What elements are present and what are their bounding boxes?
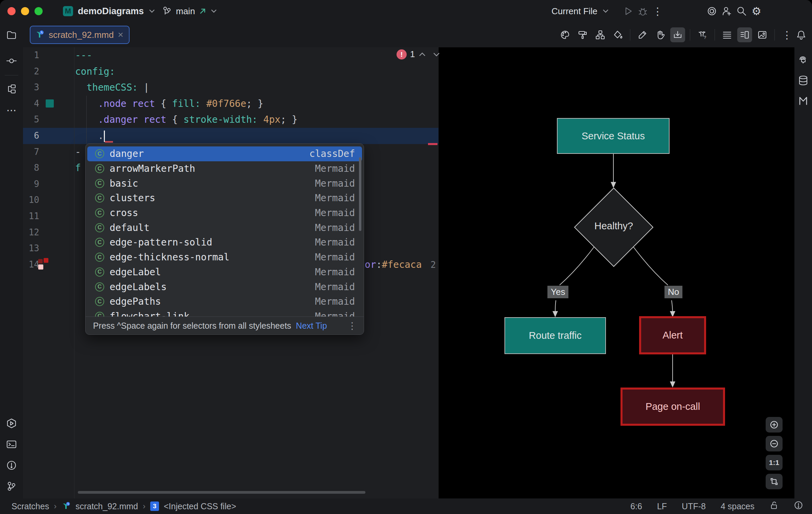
ai-assistant-tool-window-button[interactable] [796,53,811,68]
titlebar-right-group: Current File ⋮ ⚙ [551,0,764,22]
color-preview-swatch[interactable] [38,264,43,270]
fill-color-icon[interactable] [610,27,625,42]
color-theme-icon[interactable] [558,27,572,42]
problems-tool-window-button[interactable] [4,458,19,473]
completion-item-basic[interactable]: CbasicMermaid [87,176,362,191]
run-button[interactable] [621,4,635,19]
zoom-window-button[interactable] [35,7,43,15]
caret-position-widget[interactable]: 6:6 [630,501,642,511]
notifications-bell-icon[interactable] [794,27,809,42]
completion-item-type: Mermaid [315,311,355,317]
preview-only-view-icon[interactable] [755,27,770,42]
completion-footer: Press ^Space again for selectors from al… [86,317,364,334]
code-editor[interactable]: 1234567891011121314 ---config: themeCSS:… [23,47,438,498]
database-tool-window-button[interactable] [796,73,811,88]
previous-error-icon[interactable] [418,52,426,57]
indent-widget[interactable]: 4 spaces [721,501,754,511]
usages-inlay-hint[interactable]: 2 [431,260,436,270]
completion-item-danger[interactable]: CdangerclassDef [87,146,362,161]
code-line[interactable]: . [75,128,438,144]
editor-only-view-icon[interactable] [720,27,735,42]
line-separator-widget[interactable]: LF [657,501,667,511]
mermaid-editor-toolbar: ? ⋮ [558,27,794,42]
mermaid-tool-window-button[interactable] [796,93,811,108]
pan-hand-icon[interactable] [653,27,668,42]
writable-lock-icon[interactable] [769,500,779,512]
completion-item-name: default [110,222,315,233]
zoom-in-button[interactable] [766,417,783,433]
breadcrumbs: Scratches › scratch_92.mmd › 3 <Injected… [12,501,236,511]
zoom-out-button[interactable] [766,436,783,451]
fit-content-button[interactable] [766,474,783,489]
close-window-button[interactable] [7,7,16,15]
reader-mode-error-icon[interactable] [794,500,803,512]
completion-item-edge-pattern-solid[interactable]: Cedge-pattern-solidMermaid [87,235,362,250]
diagram-layout-icon[interactable] [593,27,608,42]
tab-close-icon[interactable]: × [118,30,123,40]
editor-tab-scratch-92[interactable]: scratch_92.mmd × [30,26,130,44]
more-tool-windows-button[interactable]: ⋯ [4,102,19,117]
left-tool-strip: ⋯ [0,47,23,498]
color-preview-swatch[interactable] [38,259,43,263]
code-line[interactable]: --- [75,47,438,64]
horizontal-scrollbar[interactable] [78,491,365,494]
next-error-icon[interactable] [432,52,441,57]
color-preview-swatch[interactable] [44,258,48,263]
project-widget[interactable]: M demoDiagrams [63,0,155,22]
completion-more-icon[interactable]: ⋮ [347,320,357,331]
flowchart-node-alert: Alert [639,316,706,354]
completion-item-arrowMarkerPath[interactable]: CarrowMarkerPathMermaid [87,161,362,176]
completion-item-clusters[interactable]: CclustersMermaid [87,191,362,206]
breadcrumb-injected-css[interactable]: <Injected CSS file> [164,501,236,511]
debug-button[interactable] [635,4,650,19]
inspection-widget[interactable]: ! 1 [397,49,441,60]
actual-size-button[interactable]: 1:1 [766,455,783,470]
chevron-down-icon [210,9,217,14]
services-tool-window-button[interactable] [4,416,19,431]
more-actions-button[interactable]: ⋮ [650,4,665,19]
split-editor-preview-icon[interactable] [737,27,752,42]
error-badge-icon: ! [397,49,407,60]
code-line[interactable]: .node rect { fill: #0f766e; } [75,96,438,112]
completion-item-type: Mermaid [315,266,355,278]
structure-tool-window-button[interactable] [4,81,19,96]
minimize-window-button[interactable] [21,7,29,15]
paint-roller-icon[interactable] [575,27,590,42]
flowchart-node-page: Page on-call [621,388,725,426]
completion-item-name: edge-pattern-solid [110,237,315,248]
code-line[interactable]: themeCSS: | [75,79,438,96]
run-configuration-selector[interactable]: Current File [551,6,609,17]
mermaid-help-icon[interactable]: ? [695,27,710,42]
error-stripe-mark[interactable] [428,143,437,145]
breadcrumb-file[interactable]: scratch_92.mmd [75,501,138,511]
color-preview-swatch[interactable] [46,99,54,108]
search-everywhere-button[interactable] [734,4,749,19]
css-class-icon: C [95,223,104,232]
code-line[interactable]: config: [75,64,438,80]
git-tool-window-button[interactable] [4,479,19,494]
breadcrumb-scratches[interactable]: Scratches [12,501,49,511]
completion-item-cross[interactable]: CcrossMermaid [87,206,362,220]
completion-item-flowchart-link[interactable]: Cflowchart-linkMermaid [87,309,362,317]
auto-scroll-preview-icon[interactable] [670,27,685,42]
edit-mode-icon[interactable] [635,27,650,42]
project-tool-window-button[interactable] [4,27,19,42]
code-line[interactable]: .danger rect { stroke-width: 4px; } [75,112,438,128]
completion-scrollbar[interactable] [359,157,361,231]
gutter-line: 13 [23,240,74,257]
ai-assistant-icon[interactable] [704,4,719,19]
next-tip-link[interactable]: Next Tip [296,321,327,331]
encoding-widget[interactable]: UTF-8 [682,501,706,511]
branch-widget[interactable]: main [162,0,217,22]
completion-item-default[interactable]: CdefaultMermaid [87,220,362,235]
completion-item-edge-thickness-normal[interactable]: Cedge-thickness-normalMermaid [87,250,362,265]
settings-gear-button[interactable]: ⚙ [749,4,764,19]
css-class-icon: C [95,238,104,247]
commit-tool-window-button[interactable] [4,53,19,68]
completion-item-edgePaths[interactable]: CedgePathsMermaid [87,294,362,309]
completion-item-edgeLabel[interactable]: CedgeLabelMermaid [87,265,362,280]
completion-item-edgeLabels[interactable]: CedgeLabelsMermaid [87,279,362,294]
terminal-tool-window-button[interactable] [4,437,19,452]
code-with-me-button[interactable] [719,4,734,19]
text-caret [104,131,105,142]
